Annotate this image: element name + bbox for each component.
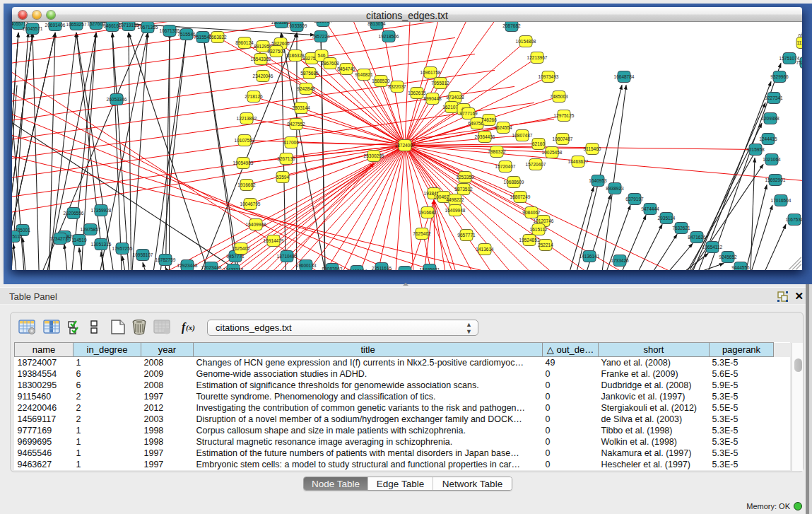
svg-text:9777169: 9777169 xyxy=(459,110,478,115)
svg-text:2087682: 2087682 xyxy=(502,23,521,28)
svg-text:10025458: 10025458 xyxy=(542,149,563,154)
svg-text:7515546: 7515546 xyxy=(177,31,196,36)
svg-text:16648784: 16648784 xyxy=(614,74,635,78)
svg-text:11123: 11123 xyxy=(796,40,802,45)
svg-text:7485003: 7485003 xyxy=(550,93,568,98)
svg-text:1733426: 1733426 xyxy=(611,257,629,262)
svg-text:75255341: 75255341 xyxy=(796,59,802,64)
svg-text:7625402: 7625402 xyxy=(413,230,431,235)
svg-text:20364436: 20364436 xyxy=(475,134,495,139)
svg-text:9474444: 9474444 xyxy=(641,206,659,211)
svg-text:20691406: 20691406 xyxy=(45,22,66,27)
svg-text:8813054: 8813054 xyxy=(314,22,332,23)
svg-text:26053346: 26053346 xyxy=(107,96,127,101)
svg-text:1209388: 1209388 xyxy=(761,115,779,120)
svg-text:2867608: 2867608 xyxy=(321,60,339,65)
svg-text:10046795: 10046795 xyxy=(240,201,261,206)
svg-text:1167534: 1167534 xyxy=(786,216,802,221)
svg-text:19054985: 19054985 xyxy=(233,160,254,165)
svg-text:19524851: 19524851 xyxy=(519,237,540,242)
svg-text:17957255: 17957255 xyxy=(112,245,133,250)
svg-text:9146821: 9146821 xyxy=(355,71,373,76)
svg-text:17016504: 17016504 xyxy=(771,197,792,202)
svg-text:8813054: 8813054 xyxy=(367,22,386,26)
svg-text:16543362: 16543362 xyxy=(251,56,271,61)
svg-text:19600133: 19600133 xyxy=(296,262,317,267)
svg-text:7955812: 7955812 xyxy=(431,80,449,85)
svg-text:9915112: 9915112 xyxy=(12,233,23,238)
svg-text:12023448: 12023448 xyxy=(201,264,222,269)
svg-text:17359928: 17359928 xyxy=(91,207,112,212)
svg-text:16033809: 16033809 xyxy=(287,23,307,28)
svg-text:9734028: 9734028 xyxy=(446,94,464,99)
svg-text:12342737: 12342737 xyxy=(50,235,71,240)
svg-text:10719155: 10719155 xyxy=(119,22,139,27)
svg-text:12975125: 12975125 xyxy=(554,112,575,117)
svg-text:10654112: 10654112 xyxy=(702,244,723,249)
svg-text:7857224: 7857224 xyxy=(312,33,330,38)
svg-text:62160: 62160 xyxy=(532,141,545,146)
svg-text:18807249: 18807249 xyxy=(510,194,531,199)
svg-text:746266: 746266 xyxy=(481,117,497,122)
svg-text:3624554: 3624554 xyxy=(494,124,512,129)
svg-text:16045571: 16045571 xyxy=(23,25,43,30)
svg-text:8427552: 8427552 xyxy=(287,121,305,126)
svg-text:5875685: 5875685 xyxy=(300,70,319,75)
svg-text:8960124: 8960124 xyxy=(235,40,254,45)
svg-text:417006: 417006 xyxy=(283,139,299,144)
svg-text:12213967: 12213967 xyxy=(527,54,548,59)
svg-text:6379197: 6379197 xyxy=(625,196,644,201)
svg-text:9084067: 9084067 xyxy=(522,209,541,214)
svg-text:1916682: 1916682 xyxy=(418,209,437,214)
svg-text:2803144: 2803144 xyxy=(292,105,310,110)
svg-text:546: 546 xyxy=(318,52,326,57)
svg-text:10973493: 10973493 xyxy=(539,74,559,78)
svg-text:12923448: 12923448 xyxy=(177,262,198,267)
svg-text:10807487: 10807487 xyxy=(512,132,533,137)
svg-text:1253359: 1253359 xyxy=(456,174,474,179)
svg-text:59407816: 59407816 xyxy=(395,269,416,269)
svg-text:16409948: 16409948 xyxy=(445,207,466,212)
svg-text:7632621: 7632621 xyxy=(672,225,690,230)
svg-text:16961758: 16961758 xyxy=(420,69,441,74)
svg-text:13051315: 13051315 xyxy=(91,241,112,246)
svg-text:7663822: 7663822 xyxy=(208,34,227,39)
svg-text:10653257: 10653257 xyxy=(66,22,87,27)
svg-text:9245652: 9245652 xyxy=(719,254,737,259)
svg-text:10958107: 10958107 xyxy=(133,252,153,257)
svg-text:4498222: 4498222 xyxy=(446,197,464,201)
svg-text:5322606: 5322606 xyxy=(271,40,290,45)
svg-text:1527602: 1527602 xyxy=(87,22,105,26)
svg-text:8990448: 8990448 xyxy=(423,95,442,100)
svg-text:12975857: 12975857 xyxy=(81,226,101,231)
svg-text:1021064: 1021064 xyxy=(763,156,781,161)
svg-text:10807487: 10807487 xyxy=(553,136,573,141)
svg-text:3267130: 3267130 xyxy=(277,156,295,160)
svg-text:2718126: 2718126 xyxy=(245,93,263,98)
svg-text:18495931: 18495931 xyxy=(420,267,440,269)
svg-text:1916682: 1916682 xyxy=(237,182,256,187)
svg-text:15720407: 15720407 xyxy=(495,163,516,168)
svg-text:12213892: 12213892 xyxy=(237,115,257,120)
svg-text:15720407: 15720407 xyxy=(526,161,546,166)
svg-text:9227341: 9227341 xyxy=(765,95,783,100)
svg-text:10688609: 10688609 xyxy=(504,179,524,184)
svg-text:114519: 114519 xyxy=(71,237,87,242)
svg-text:1640953: 1640953 xyxy=(589,177,607,182)
svg-text:10120746: 10120746 xyxy=(534,218,554,223)
svg-text:8322037: 8322037 xyxy=(388,83,406,88)
svg-text:7625402: 7625402 xyxy=(232,245,250,250)
svg-text:8454749: 8454749 xyxy=(337,66,355,71)
svg-text:15692901: 15692901 xyxy=(765,177,786,182)
svg-text:7986322: 7986322 xyxy=(488,148,506,153)
svg-text:9444556: 9444556 xyxy=(731,264,750,269)
svg-text:8471626: 8471626 xyxy=(688,234,706,239)
svg-text:14463627: 14463627 xyxy=(568,158,589,163)
svg-text:16409948: 16409948 xyxy=(246,221,266,226)
svg-text:18724007: 18724007 xyxy=(395,142,416,147)
svg-text:14136141: 14136141 xyxy=(579,253,600,258)
svg-text:1362615: 1362615 xyxy=(408,90,426,95)
svg-text:5873512: 5873512 xyxy=(454,186,473,191)
svg-text:23420046: 23420046 xyxy=(253,73,273,78)
svg-text:23511615: 23511615 xyxy=(372,265,392,269)
